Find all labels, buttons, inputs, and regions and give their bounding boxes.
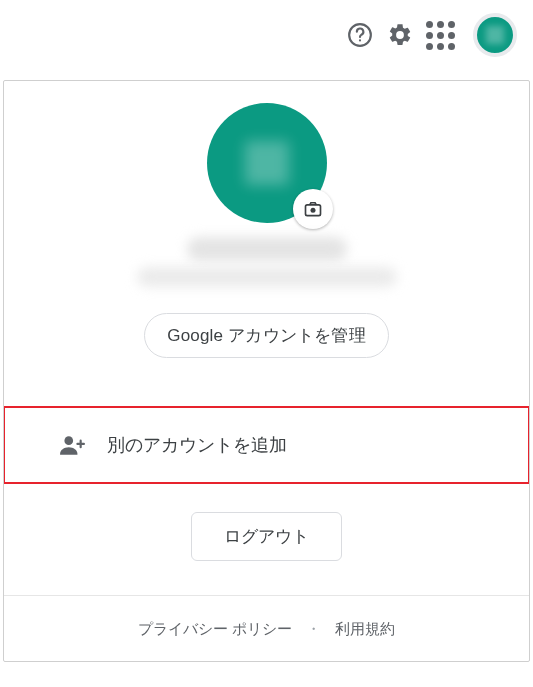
svg-point-3 <box>310 208 315 213</box>
footer-separator: ・ <box>306 620 321 637</box>
profile-avatar-wrap <box>207 103 327 223</box>
privacy-policy-link[interactable]: プライバシー ポリシー <box>138 620 292 637</box>
add-account-button[interactable]: 別のアカウントを追加 <box>3 406 530 484</box>
camera-icon <box>303 199 323 219</box>
apps-grid-icon[interactable] <box>427 22 453 48</box>
logout-button[interactable]: ログアウト <box>191 512 342 561</box>
display-name <box>187 237 347 261</box>
svg-point-1 <box>359 39 361 41</box>
add-account-label: 別のアカウントを追加 <box>107 433 287 457</box>
panel-footer: プライバシー ポリシー ・ 利用規約 <box>4 595 529 661</box>
person-add-icon <box>59 432 85 458</box>
top-toolbar <box>0 0 533 66</box>
gear-icon[interactable] <box>387 22 413 48</box>
email-address <box>137 267 397 287</box>
profile-section: Google アカウントを管理 <box>4 81 529 376</box>
manage-account-button[interactable]: Google アカウントを管理 <box>144 313 389 358</box>
logout-section: ログアウト <box>4 484 529 595</box>
terms-link[interactable]: 利用規約 <box>335 620 395 637</box>
profile-avatar-small[interactable] <box>473 13 517 57</box>
change-photo-button[interactable] <box>293 189 333 229</box>
help-icon[interactable] <box>347 22 373 48</box>
account-panel: Google アカウントを管理 別のアカウントを追加 ログアウト プライバシー … <box>3 80 530 662</box>
svg-point-4 <box>64 436 73 445</box>
